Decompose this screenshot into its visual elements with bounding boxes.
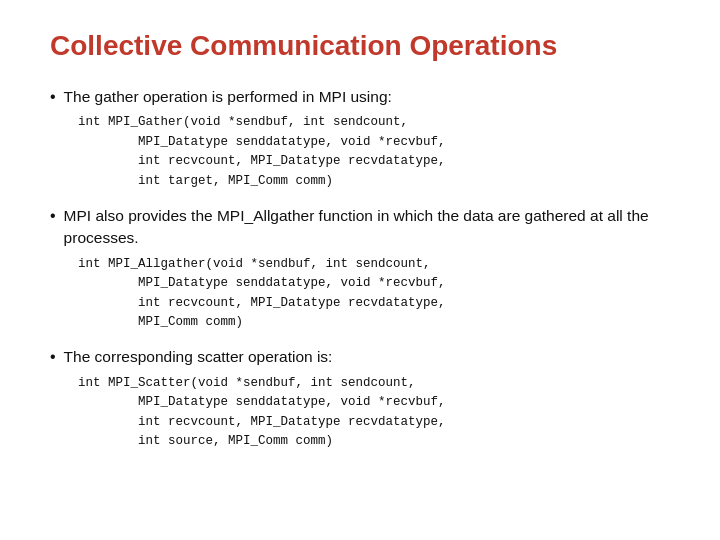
bullet-section-3: • The corresponding scatter operation is… [50,346,670,451]
code-block-1: int MPI_Gather(void *sendbuf, int sendco… [78,113,670,191]
bullet-dot-2: • [50,205,56,227]
bullet-content-1: The gather operation is performed in MPI… [64,86,392,108]
code-block-3: int MPI_Scatter(void *sendbuf, int sendc… [78,374,670,452]
bullet-text-3: • The corresponding scatter operation is… [50,346,670,368]
bullet-text-2: • MPI also provides the MPI_Allgather fu… [50,205,670,250]
bullet-section-2: • MPI also provides the MPI_Allgather fu… [50,205,670,332]
bullet-dot-1: • [50,86,56,108]
slide-title: Collective Communication Operations [50,30,670,62]
bullet-section-1: • The gather operation is performed in M… [50,86,670,191]
bullet-content-3: The corresponding scatter operation is: [64,346,333,368]
bullet-text-1: • The gather operation is performed in M… [50,86,670,108]
slide: Collective Communication Operations • Th… [0,0,720,540]
bullet-dot-3: • [50,346,56,368]
code-block-2: int MPI_Allgather(void *sendbuf, int sen… [78,255,670,333]
bullet-content-2: MPI also provides the MPI_Allgather func… [64,205,670,250]
